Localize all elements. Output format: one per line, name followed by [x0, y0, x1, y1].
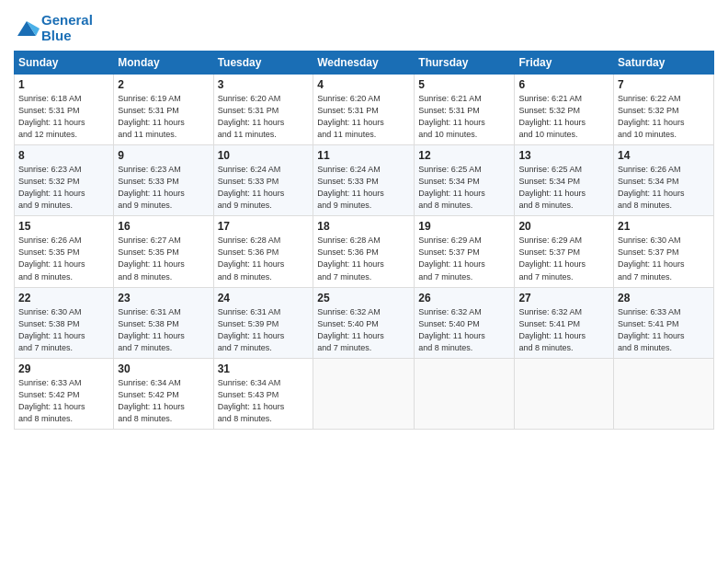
week-row-2: 8Sunrise: 6:23 AMSunset: 5:32 PMDaylight…	[15, 145, 714, 216]
day-cell: 17Sunrise: 6:28 AMSunset: 5:36 PMDayligh…	[213, 216, 313, 287]
day-info: Sunrise: 6:20 AMSunset: 5:31 PMDaylight:…	[317, 93, 410, 141]
day-cell: 18Sunrise: 6:28 AMSunset: 5:36 PMDayligh…	[313, 216, 415, 287]
day-info: Sunrise: 6:28 AMSunset: 5:36 PMDaylight:…	[218, 235, 310, 282]
calendar-header: SundayMondayTuesdayWednesdayThursdayFrid…	[15, 52, 714, 75]
day-cell: 1Sunrise: 6:18 AMSunset: 5:31 PMDaylight…	[15, 75, 114, 145]
day-cell	[313, 358, 415, 429]
day-info: Sunrise: 6:29 AMSunset: 5:37 PMDaylight:…	[518, 235, 609, 282]
day-number: 26	[418, 292, 510, 304]
day-info: Sunrise: 6:24 AMSunset: 5:33 PMDaylight:…	[317, 164, 410, 212]
day-header-thursday: Thursday	[415, 52, 515, 75]
day-number: 21	[618, 220, 710, 233]
day-info: Sunrise: 6:25 AMSunset: 5:34 PMDaylight:…	[418, 164, 510, 212]
day-cell: 5Sunrise: 6:21 AMSunset: 5:31 PMDaylight…	[415, 75, 515, 145]
day-info: Sunrise: 6:24 AMSunset: 5:33 PMDaylight:…	[218, 164, 310, 212]
logo-icon	[14, 16, 40, 41]
day-info: Sunrise: 6:28 AMSunset: 5:36 PMDaylight:…	[317, 235, 410, 282]
day-cell: 30Sunrise: 6:34 AMSunset: 5:42 PMDayligh…	[114, 358, 213, 429]
week-row-5: 29Sunrise: 6:33 AMSunset: 5:42 PMDayligh…	[15, 358, 714, 429]
day-cell: 10Sunrise: 6:24 AMSunset: 5:33 PMDayligh…	[213, 145, 313, 216]
day-cell: 19Sunrise: 6:29 AMSunset: 5:37 PMDayligh…	[415, 216, 515, 287]
header: General Blue	[14, 9, 714, 43]
day-info: Sunrise: 6:27 AMSunset: 5:35 PMDaylight:…	[118, 235, 209, 282]
day-cell: 28Sunrise: 6:33 AMSunset: 5:41 PMDayligh…	[614, 287, 714, 358]
day-cell: 29Sunrise: 6:33 AMSunset: 5:42 PMDayligh…	[15, 358, 114, 429]
day-number: 10	[218, 149, 310, 162]
day-header-saturday: Saturday	[614, 52, 714, 75]
day-header-tuesday: Tuesday	[213, 52, 313, 75]
day-number: 31	[218, 362, 310, 375]
day-header-monday: Monday	[114, 52, 213, 75]
day-number: 8	[18, 149, 109, 162]
day-info: Sunrise: 6:21 AMSunset: 5:32 PMDaylight:…	[518, 93, 609, 141]
day-cell: 7Sunrise: 6:22 AMSunset: 5:32 PMDaylight…	[614, 75, 714, 145]
day-cell: 12Sunrise: 6:25 AMSunset: 5:34 PMDayligh…	[415, 145, 515, 216]
day-info: Sunrise: 6:18 AMSunset: 5:31 PMDaylight:…	[18, 93, 109, 141]
day-info: Sunrise: 6:26 AMSunset: 5:35 PMDaylight:…	[18, 235, 109, 282]
day-info: Sunrise: 6:25 AMSunset: 5:34 PMDaylight:…	[518, 164, 609, 212]
day-info: Sunrise: 6:30 AMSunset: 5:38 PMDaylight:…	[18, 306, 109, 354]
day-number: 6	[518, 78, 609, 91]
day-cell: 11Sunrise: 6:24 AMSunset: 5:33 PMDayligh…	[313, 145, 415, 216]
day-number: 28	[618, 292, 710, 304]
days-header-row: SundayMondayTuesdayWednesdayThursdayFrid…	[15, 52, 714, 75]
week-row-3: 15Sunrise: 6:26 AMSunset: 5:35 PMDayligh…	[15, 216, 714, 287]
day-info: Sunrise: 6:26 AMSunset: 5:34 PMDaylight:…	[618, 164, 710, 212]
day-number: 25	[317, 292, 410, 304]
day-number: 30	[118, 362, 209, 375]
calendar-body: 1Sunrise: 6:18 AMSunset: 5:31 PMDaylight…	[15, 75, 714, 430]
day-info: Sunrise: 6:32 AMSunset: 5:40 PMDaylight:…	[418, 306, 510, 354]
day-cell: 27Sunrise: 6:32 AMSunset: 5:41 PMDayligh…	[515, 287, 614, 358]
day-cell: 16Sunrise: 6:27 AMSunset: 5:35 PMDayligh…	[114, 216, 213, 287]
day-number: 2	[118, 78, 209, 91]
day-number: 3	[218, 78, 310, 91]
day-cell: 22Sunrise: 6:30 AMSunset: 5:38 PMDayligh…	[15, 287, 114, 358]
day-number: 23	[118, 292, 209, 304]
day-number: 9	[118, 149, 209, 162]
week-row-4: 22Sunrise: 6:30 AMSunset: 5:38 PMDayligh…	[15, 287, 714, 358]
day-header-wednesday: Wednesday	[313, 52, 415, 75]
day-cell: 21Sunrise: 6:30 AMSunset: 5:37 PMDayligh…	[614, 216, 714, 287]
day-number: 11	[317, 149, 410, 162]
day-number: 20	[518, 220, 609, 233]
day-number: 16	[118, 220, 209, 233]
logo-text: General Blue	[41, 13, 93, 43]
day-info: Sunrise: 6:19 AMSunset: 5:31 PMDaylight:…	[118, 93, 209, 141]
day-cell: 14Sunrise: 6:26 AMSunset: 5:34 PMDayligh…	[614, 145, 714, 216]
day-cell: 31Sunrise: 6:34 AMSunset: 5:43 PMDayligh…	[213, 358, 313, 429]
week-row-1: 1Sunrise: 6:18 AMSunset: 5:31 PMDaylight…	[15, 75, 714, 145]
day-info: Sunrise: 6:33 AMSunset: 5:41 PMDaylight:…	[618, 306, 710, 354]
day-cell: 24Sunrise: 6:31 AMSunset: 5:39 PMDayligh…	[213, 287, 313, 358]
day-cell	[515, 358, 614, 429]
day-info: Sunrise: 6:30 AMSunset: 5:37 PMDaylight:…	[618, 235, 710, 282]
day-info: Sunrise: 6:20 AMSunset: 5:31 PMDaylight:…	[218, 93, 310, 141]
day-cell: 26Sunrise: 6:32 AMSunset: 5:40 PMDayligh…	[415, 287, 515, 358]
day-cell: 15Sunrise: 6:26 AMSunset: 5:35 PMDayligh…	[15, 216, 114, 287]
day-number: 12	[418, 149, 510, 162]
day-number: 4	[317, 78, 410, 91]
day-cell: 23Sunrise: 6:31 AMSunset: 5:38 PMDayligh…	[114, 287, 213, 358]
day-number: 5	[418, 78, 510, 91]
day-cell	[415, 358, 515, 429]
day-info: Sunrise: 6:31 AMSunset: 5:38 PMDaylight:…	[118, 306, 209, 354]
day-cell: 25Sunrise: 6:32 AMSunset: 5:40 PMDayligh…	[313, 287, 415, 358]
day-info: Sunrise: 6:32 AMSunset: 5:40 PMDaylight:…	[317, 306, 410, 354]
day-cell: 20Sunrise: 6:29 AMSunset: 5:37 PMDayligh…	[515, 216, 614, 287]
day-info: Sunrise: 6:21 AMSunset: 5:31 PMDaylight:…	[418, 93, 510, 141]
day-info: Sunrise: 6:22 AMSunset: 5:32 PMDaylight:…	[618, 93, 710, 141]
calendar-table: SundayMondayTuesdayWednesdayThursdayFrid…	[14, 51, 714, 430]
day-info: Sunrise: 6:23 AMSunset: 5:32 PMDaylight:…	[18, 164, 109, 212]
day-cell: 6Sunrise: 6:21 AMSunset: 5:32 PMDaylight…	[515, 75, 614, 145]
day-info: Sunrise: 6:33 AMSunset: 5:42 PMDaylight:…	[18, 377, 109, 425]
day-cell	[614, 358, 714, 429]
day-info: Sunrise: 6:23 AMSunset: 5:33 PMDaylight:…	[118, 164, 209, 212]
day-number: 1	[18, 78, 109, 91]
day-number: 29	[18, 362, 109, 375]
day-info: Sunrise: 6:29 AMSunset: 5:37 PMDaylight:…	[418, 235, 510, 282]
day-info: Sunrise: 6:34 AMSunset: 5:42 PMDaylight:…	[118, 377, 209, 425]
day-cell: 2Sunrise: 6:19 AMSunset: 5:31 PMDaylight…	[114, 75, 213, 145]
day-number: 14	[618, 149, 710, 162]
day-number: 18	[317, 220, 410, 233]
day-number: 22	[18, 292, 109, 304]
day-header-friday: Friday	[515, 52, 614, 75]
